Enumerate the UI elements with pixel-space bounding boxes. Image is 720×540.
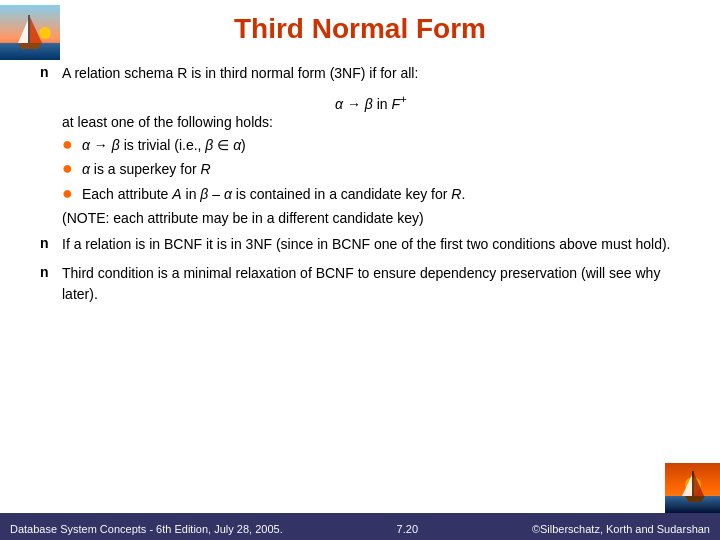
sub-text-2: α is a superkey for R [82, 160, 211, 180]
note-block: (NOTE: each attribute may be in a differ… [62, 210, 680, 226]
sub-text-1: α → β is trivial (i.e., β ∈ α) [82, 136, 246, 156]
slide: Third Normal Form n A relation schema R … [0, 5, 720, 540]
main-bullet-3: n Third condition is a minimal relaxatio… [40, 263, 680, 305]
dot-icon-3: ● [62, 183, 74, 204]
bullet-text-1: A relation schema R is in third normal f… [62, 63, 418, 84]
sub-bullet-1: ● α → β is trivial (i.e., β ∈ α) [62, 136, 680, 156]
bullet-text-3: Third condition is a minimal relaxation … [62, 263, 680, 305]
bullet-marker-3: n [40, 264, 54, 280]
sub-text-3: Each attribute A in β – α is contained i… [82, 185, 465, 205]
svg-point-2 [39, 27, 51, 39]
bullet-text-2: If a relation is in BCNF it is in 3NF (s… [62, 234, 670, 255]
main-bullet-1: n A relation schema R is in third normal… [40, 63, 680, 84]
bullet-marker-2: n [40, 235, 54, 251]
top-left-image [0, 5, 60, 60]
sub-bullets: ● α → β is trivial (i.e., β ∈ α) ● α is … [62, 136, 680, 205]
indent-block: α → β in F+ at least one of the followin… [62, 92, 680, 130]
slide-title: Third Normal Form [0, 5, 720, 53]
footer-center: 7.20 [397, 523, 418, 535]
dot-icon-1: ● [62, 134, 74, 155]
bullet-marker-1: n [40, 64, 54, 80]
footer: Database System Concepts - 6th Edition, … [0, 513, 720, 540]
main-bullet-2: n If a relation is in BCNF it is in 3NF … [40, 234, 680, 255]
holds-text: at least one of the following holds: [62, 114, 680, 130]
content-area: n A relation schema R is in third normal… [0, 53, 720, 323]
sub-bullet-2: ● α is a superkey for R [62, 160, 680, 180]
svg-marker-3 [18, 43, 42, 49]
formula: α → β in F+ [62, 92, 680, 112]
footer-right: ©Silberschatz, Korth and Sudarshan [532, 523, 710, 535]
bottom-right-image [665, 463, 720, 513]
sub-bullet-3: ● Each attribute A in β – α is contained… [62, 185, 680, 205]
dot-icon-2: ● [62, 158, 74, 179]
footer-left: Database System Concepts - 6th Edition, … [10, 523, 283, 535]
